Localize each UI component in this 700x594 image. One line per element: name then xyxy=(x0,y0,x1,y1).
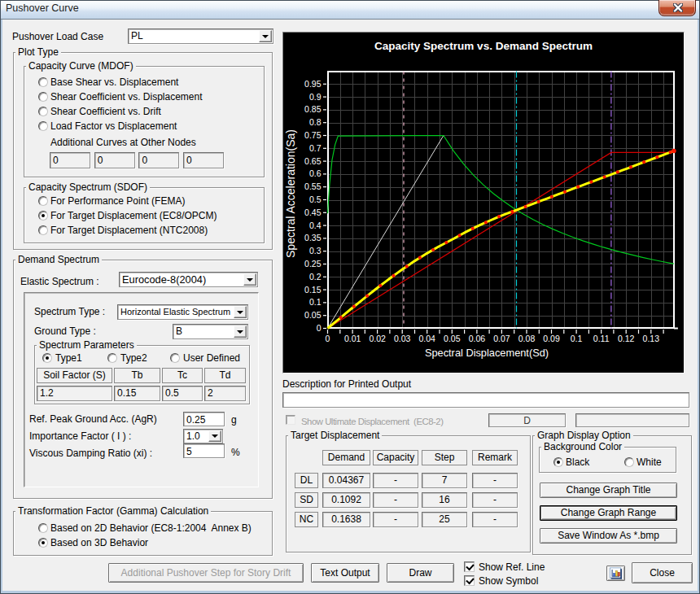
svg-text:0.3: 0.3 xyxy=(309,246,322,256)
svg-text:0.01: 0.01 xyxy=(344,334,361,343)
svg-text:0.1: 0.1 xyxy=(309,297,322,307)
svg-text:0.15: 0.15 xyxy=(304,285,322,295)
svg-text:0.13: 0.13 xyxy=(643,334,660,343)
svg-text:0.1: 0.1 xyxy=(571,334,583,343)
svg-text:0.08: 0.08 xyxy=(518,334,536,343)
svg-text:0.35: 0.35 xyxy=(304,233,322,242)
svg-text:0: 0 xyxy=(326,334,330,343)
svg-text:0.11: 0.11 xyxy=(593,334,610,343)
svg-text:0.04: 0.04 xyxy=(418,334,435,343)
svg-text:0.06: 0.06 xyxy=(469,334,486,343)
svg-text:0.2: 0.2 xyxy=(309,272,322,282)
svg-text:0.45: 0.45 xyxy=(304,207,322,217)
svg-text:0.02: 0.02 xyxy=(369,334,386,343)
svg-text:0.4: 0.4 xyxy=(309,221,322,230)
svg-text:0.12: 0.12 xyxy=(618,334,635,343)
svg-text:0.7: 0.7 xyxy=(309,143,322,153)
svg-text:0.09: 0.09 xyxy=(543,334,560,343)
svg-text:0: 0 xyxy=(317,323,322,333)
svg-text:0.03: 0.03 xyxy=(394,334,411,343)
svg-text:0.07: 0.07 xyxy=(493,334,510,343)
svg-text:0.9: 0.9 xyxy=(309,92,322,102)
svg-text:0.05: 0.05 xyxy=(304,310,322,320)
svg-text:Spectral Displacement(Sd): Spectral Displacement(Sd) xyxy=(425,347,549,359)
svg-text:Capacity Spectrum vs. Demand S: Capacity Spectrum vs. Demand Spectrum xyxy=(374,40,593,52)
svg-text:Spectral Acceleration(Sa): Spectral Acceleration(Sa) xyxy=(284,129,297,258)
svg-text:0.6: 0.6 xyxy=(309,168,322,178)
svg-text:0.55: 0.55 xyxy=(304,181,322,191)
svg-text:0.05: 0.05 xyxy=(444,334,461,343)
svg-text:0.5: 0.5 xyxy=(309,194,322,204)
svg-text:0.75: 0.75 xyxy=(304,130,322,140)
svg-text:0.8: 0.8 xyxy=(309,117,322,127)
svg-text:0.65: 0.65 xyxy=(304,156,322,166)
svg-text:0.95: 0.95 xyxy=(304,79,322,89)
svg-text:0.25: 0.25 xyxy=(304,259,322,269)
svg-text:0.85: 0.85 xyxy=(304,104,322,114)
